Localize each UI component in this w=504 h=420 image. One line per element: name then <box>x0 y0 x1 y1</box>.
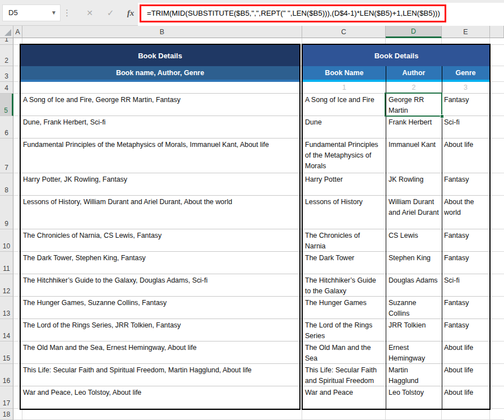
row-header-16[interactable]: 16 <box>0 364 13 386</box>
column-header-D[interactable]: D <box>386 26 442 38</box>
cell-C10[interactable]: The Chronicles of Narnia <box>303 229 386 252</box>
cell-C11[interactable]: The Dark Tower <box>303 252 386 274</box>
row-header-11[interactable]: 11 <box>0 252 13 274</box>
select-all-button[interactable] <box>0 26 13 38</box>
row-header-13[interactable]: 13 <box>0 297 13 319</box>
cell-E15[interactable]: About life <box>442 341 489 364</box>
cell-D7[interactable]: Immanuel Kant <box>386 139 442 173</box>
cell-E6[interactable]: Sci-fi <box>442 116 489 139</box>
cell-D9[interactable]: William Durant and Ariel Durant <box>386 196 442 229</box>
cell-D4[interactable]: 2 <box>386 82 442 94</box>
drag-handle-icon: ⋮ <box>63 6 71 20</box>
cell-B13[interactable]: The Hunger Games, Suzanne Collins, Fanta… <box>21 297 299 319</box>
cell-B8[interactable]: Harry Potter, JK Rowling, Fantasy <box>21 173 299 196</box>
cell-E4[interactable]: 3 <box>442 82 489 94</box>
right-table-header-genre[interactable]: Genre <box>442 66 489 82</box>
gridline <box>302 38 302 420</box>
cell-E14[interactable]: Fantasy <box>442 319 489 341</box>
column-header-C[interactable]: C <box>302 26 386 38</box>
cell-D6[interactable]: Frank Herbert <box>386 116 442 139</box>
formula-bar-region: D5 ▼ ⋮ ✕ ✓ fx =TRIM(MID(SUBSTITUTE($B5,"… <box>0 0 504 26</box>
cell-B4[interactable] <box>21 82 299 94</box>
cell-C13[interactable]: The Hunger Games <box>303 297 386 319</box>
cell-C7[interactable]: Fundamental Principles of the Metaphysic… <box>303 139 386 173</box>
row-header-6[interactable]: 6 <box>0 116 13 139</box>
cell-E11[interactable]: Fantasy <box>442 252 489 274</box>
cell-E8[interactable]: Fantasy <box>442 173 489 196</box>
cell-B14[interactable]: The Lord of the Rings Series, JRR Tolkie… <box>21 319 299 341</box>
row-header-14[interactable]: 14 <box>0 319 13 341</box>
select-all-icon <box>4 29 11 36</box>
row-header-17[interactable]: 17 <box>0 386 13 409</box>
cell-D16[interactable]: Martin Hagglund <box>386 364 442 386</box>
row-header-8[interactable]: 8 <box>0 173 13 196</box>
row-header-2[interactable]: 2 <box>0 45 13 66</box>
cell-C12[interactable]: The Hitchhiker’s Guide to the Galaxy <box>303 274 386 297</box>
cell-E9[interactable]: About the world <box>442 196 489 229</box>
column-header-A[interactable]: A <box>13 26 22 38</box>
column-divider <box>386 66 386 409</box>
cell-C15[interactable]: The Old Man and the Sea <box>303 341 386 364</box>
cell-B7[interactable]: Fundamental Principles of the Metaphysic… <box>21 139 299 173</box>
column-header-B[interactable]: B <box>22 26 302 38</box>
cell-D5[interactable]: George RR Martin <box>386 94 442 116</box>
cell-E16[interactable]: About life <box>442 364 489 386</box>
cancel-icon[interactable]: ✕ <box>82 6 98 20</box>
cell-D11[interactable]: Stephen King <box>386 252 442 274</box>
cell-B12[interactable]: The Hitchhiker’s Guide to the Galaxy, Do… <box>21 274 299 297</box>
cell-B5[interactable]: A Song of Ice and Fire, George RR Martin… <box>21 94 299 116</box>
right-table-title-cell[interactable]: Book Details <box>303 45 490 66</box>
right-table-header-author[interactable]: Author <box>386 66 442 82</box>
cell-B6[interactable]: Dune, Frank Herbert, Sci-fi <box>21 116 299 139</box>
column-header-blank <box>490 26 504 38</box>
right-table-header-book-name[interactable]: Book Name <box>303 66 386 82</box>
cell-E5[interactable]: Fantasy <box>442 94 489 116</box>
cell-C5[interactable]: A Song of Ice and Fire <box>303 94 386 116</box>
enter-icon[interactable]: ✓ <box>102 6 119 20</box>
cell-C9[interactable]: Lessons of History <box>303 196 386 229</box>
fill-handle[interactable] <box>440 114 444 118</box>
row-header-7[interactable]: 7 <box>0 139 13 173</box>
cell-C16[interactable]: This Life: Secular Faith and Spiritual F… <box>303 364 386 386</box>
left-table-title-cell[interactable]: Book Details <box>21 45 299 66</box>
row-header-12[interactable]: 12 <box>0 274 13 297</box>
cell-D14[interactable]: JRR Tolkien <box>386 319 442 341</box>
row-header-9[interactable]: 9 <box>0 196 13 229</box>
cell-E17[interactable]: About life <box>442 386 489 409</box>
row-header-1[interactable]: 1 <box>0 38 13 45</box>
cell-C8[interactable]: Harry Potter <box>303 173 386 196</box>
cell-E13[interactable]: Fantasy <box>442 297 489 319</box>
name-box[interactable]: D5 ▼ <box>2 4 61 21</box>
cell-B17[interactable]: War and Peace, Leo Tolstoy, About life <box>21 386 299 409</box>
left-table-subtitle-cell[interactable]: Book name, Author, Genre <box>21 66 299 82</box>
row-header-18[interactable]: 18 <box>0 409 13 420</box>
cell-E7[interactable]: About life <box>442 139 489 173</box>
row-header-10[interactable]: 10 <box>0 229 13 252</box>
cell-B9[interactable]: Lessons of History, William Durant and A… <box>21 196 299 229</box>
cell-E12[interactable]: Sci-fi <box>442 274 489 297</box>
excel-window: D5 ▼ ⋮ ✕ ✓ fx =TRIM(MID(SUBSTITUTE($B5,"… <box>0 0 504 420</box>
cell-C4[interactable]: 1 <box>303 82 386 94</box>
cell-D17[interactable]: Leo Tolstoy <box>386 386 442 409</box>
cell-D8[interactable]: JK Rowling <box>386 173 442 196</box>
cell-D10[interactable]: CS Lewis <box>386 229 442 252</box>
row-header-5[interactable]: 5 <box>0 94 13 116</box>
cell-C6[interactable]: Dune <box>303 116 386 139</box>
cell-C14[interactable]: The Lord of the Rings Series <box>303 319 386 341</box>
cell-D12[interactable]: Douglas Adams <box>386 274 442 297</box>
cell-B16[interactable]: This Life: Secular Faith and Spiritual F… <box>21 364 299 386</box>
insert-function-icon[interactable]: fx <box>122 6 139 20</box>
row-header-4[interactable]: 4 <box>0 82 13 94</box>
row-header-15[interactable]: 15 <box>0 341 13 364</box>
cell-D13[interactable]: Suzanne Collins <box>386 297 442 319</box>
cell-B15[interactable]: The Old Man and the Sea, Ernest Hemingwa… <box>21 341 299 364</box>
cell-B11[interactable]: The Dark Tower, Stephen King, Fantasy <box>21 252 299 274</box>
name-box-dropdown-icon[interactable]: ▼ <box>51 5 57 21</box>
cell-E10[interactable]: Fantasy <box>442 229 489 252</box>
cell-D15[interactable]: Ernest Hemingway <box>386 341 442 364</box>
cell-C17[interactable]: War and Peace <box>303 386 386 409</box>
column-header-E[interactable]: E <box>442 26 490 38</box>
row-header-3[interactable]: 3 <box>0 66 13 82</box>
gridline <box>489 38 490 420</box>
cell-B10[interactable]: The Chronicles of Narnia, CS Lewis, Fant… <box>21 229 299 252</box>
